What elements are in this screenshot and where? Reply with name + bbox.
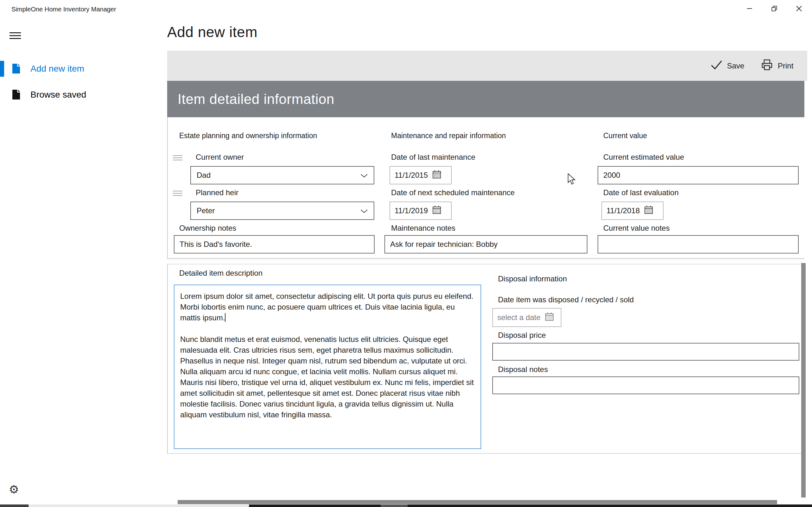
disposal-date-label: Date item was disposed / recycled / sold <box>498 295 634 304</box>
maintenance-notes-label: Maintenance notes <box>391 224 455 233</box>
document-icon <box>11 89 21 101</box>
planned-heir-label: Planned heir <box>196 188 239 197</box>
section-header-band: Item detailed information <box>167 81 804 117</box>
current-value-notes-input[interactable] <box>598 235 799 253</box>
page-title: Add new item <box>167 23 258 41</box>
planned-heir-combobox[interactable]: Peter <box>190 202 374 220</box>
ownership-notes-label: Ownership notes <box>179 224 236 233</box>
calendar-icon <box>545 312 554 323</box>
next-maintenance-label: Date of next scheduled maintenance <box>391 188 515 197</box>
last-evaluation-date-value: 11/1/2018 <box>606 206 640 215</box>
calendar-icon <box>432 205 441 216</box>
chevron-down-icon <box>360 206 368 215</box>
bottom-edge-strip <box>249 504 812 507</box>
detailed-description-label: Detailed item description <box>179 269 263 278</box>
last-evaluation-datepicker[interactable]: 11/1/2018 <box>601 202 664 220</box>
save-button[interactable]: Save <box>711 51 745 81</box>
bottom-edge-strip <box>0 504 29 507</box>
window-title: SimpleOne Home Inventory Manager <box>11 6 116 13</box>
hamburger-menu-button[interactable] <box>9 32 21 39</box>
close-button[interactable] <box>786 0 811 18</box>
minimize-button[interactable] <box>737 0 762 18</box>
planned-heir-value: Peter <box>197 206 215 215</box>
gear-icon: ⚙ <box>9 483 19 496</box>
drag-handle-icon <box>173 155 183 160</box>
current-owner-label: Current owner <box>196 153 244 162</box>
section-header-title: Item detailed information <box>177 91 334 107</box>
minimize-icon <box>747 6 752 12</box>
bottom-edge-strip <box>29 504 249 507</box>
last-evaluation-label: Date of last evaluation <box>603 188 678 197</box>
maintenance-notes-input[interactable] <box>385 235 588 253</box>
disposal-datepicker[interactable]: select a date <box>492 308 561 327</box>
drag-handle-icon <box>173 191 183 196</box>
current-owner-value: Dad <box>197 171 211 180</box>
check-icon <box>711 60 722 72</box>
last-maintenance-datepicker[interactable]: 11/1/2015 <box>390 166 452 184</box>
estimated-value-input[interactable] <box>598 166 799 184</box>
detailed-description-textarea[interactable]: Lorem ipsum dolor sit amet, consectetur … <box>174 285 481 449</box>
disposal-price-label: Disposal price <box>498 331 546 340</box>
horizontal-scrollbar-thumb[interactable] <box>177 500 777 504</box>
disposal-notes-label: Disposal notes <box>498 365 548 374</box>
restore-button[interactable] <box>762 0 786 18</box>
settings-button[interactable]: ⚙ <box>6 482 21 497</box>
sidebar-item-label: Add new item <box>31 64 84 74</box>
document-icon <box>11 63 21 75</box>
last-maintenance-date-value: 11/1/2015 <box>395 171 428 180</box>
printer-icon <box>761 59 773 73</box>
current-value-notes-label: Current value notes <box>603 224 670 233</box>
calendar-icon <box>644 205 653 216</box>
save-button-label: Save <box>727 61 745 70</box>
next-maintenance-datepicker[interactable]: 11/1/2019 <box>390 202 452 220</box>
estimated-value-label: Current estimated value <box>603 153 684 162</box>
description-paragraph-1: Lorem ipsum dolor sit amet, consectetur … <box>180 292 473 322</box>
print-button-label: Print <box>778 61 793 70</box>
selection-indicator <box>0 61 4 77</box>
calendar-icon <box>432 170 441 181</box>
close-icon <box>796 6 802 12</box>
restore-icon <box>771 5 777 13</box>
disposal-price-input[interactable] <box>492 343 799 360</box>
disposal-date-placeholder: select a date <box>497 313 541 322</box>
last-maintenance-label: Date of last maintenance <box>391 153 475 162</box>
maintenance-section-title: Maintenance and repair information <box>391 131 506 140</box>
description-paragraph-2: Nunc blandit metus et erat euismod, vene… <box>180 335 474 419</box>
vertical-scrollbar-thumb[interactable] <box>801 263 806 498</box>
sidebar-item-label: Browse saved <box>31 90 86 100</box>
disposal-notes-input[interactable] <box>492 377 799 394</box>
current-owner-combobox[interactable]: Dad <box>190 166 374 184</box>
disposal-section-title: Disposal information <box>498 274 567 283</box>
sidebar-item-browse-saved[interactable]: Browse saved <box>0 87 127 103</box>
ownership-notes-input[interactable] <box>174 235 374 253</box>
print-button[interactable]: Print <box>761 51 793 81</box>
bottom-edge-strip <box>380 504 408 507</box>
text-caret <box>225 313 225 322</box>
mouse-cursor <box>567 173 577 187</box>
value-section-title: Current value <box>603 131 647 140</box>
next-maintenance-date-value: 11/1/2019 <box>395 206 428 215</box>
hamburger-icon <box>9 32 21 39</box>
sidebar-item-add-new-item[interactable]: Add new item <box>0 61 127 77</box>
chevron-down-icon <box>360 171 368 180</box>
estate-section-title: Estate planning and ownership informatio… <box>179 131 317 140</box>
